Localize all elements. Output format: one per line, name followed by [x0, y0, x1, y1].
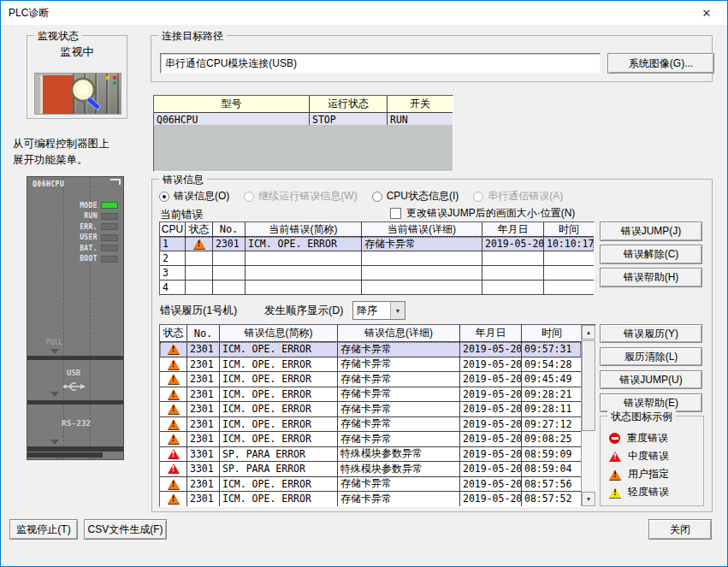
severe-circle-icon: [609, 433, 620, 444]
history-clear-button[interactable]: 履历清除(L): [600, 347, 702, 366]
slot-arrow-icon: [50, 440, 59, 445]
error-jump-j-button[interactable]: 错误JUMP(J): [600, 221, 702, 241]
table-row[interactable]: 2301ICM. OPE. ERROR存储卡异常2019-05-2008:57:…: [160, 477, 581, 493]
cell-date: 2019-05-20: [460, 432, 522, 446]
close-button[interactable]: 关闭: [648, 519, 712, 540]
cell-no: [213, 281, 246, 294]
cell-summary: ICM. OPE. ERROR: [220, 417, 338, 432]
cell-summary: SP. PARA ERROR: [220, 462, 338, 476]
radio-error-type-2[interactable]: CPU状态信息(I): [372, 189, 459, 204]
jump-resize-checkbox-row[interactable]: 更改错误JUMP后的画面大小·位置(N): [390, 206, 575, 221]
system-image-button[interactable]: 系统图像(G)...: [607, 53, 714, 74]
cpu-col-runstatus: 运行状态: [310, 96, 388, 113]
current-error-rows: 12301ICM. OPE. ERROR存储卡异常2019-05-2010:10…: [160, 237, 594, 295]
sort-order-value: 降序: [353, 302, 390, 319]
slot-divider: [27, 400, 123, 405]
cell-no: 2301: [187, 432, 220, 446]
table-row[interactable]: 12301ICM. OPE. ERROR存储卡异常2019-05-2010:10…: [160, 237, 594, 251]
radio-icon[interactable]: [372, 192, 382, 202]
cell-no: 2301: [187, 477, 220, 492]
cell-detail: [362, 266, 482, 280]
cell-time: [544, 266, 594, 280]
table-row[interactable]: 2: [160, 251, 594, 266]
legend-item: 中度错误: [609, 447, 669, 465]
table-row[interactable]: 2301ICM. OPE. ERROR存储卡异常2019-05-2009:28:…: [160, 387, 581, 403]
sort-order-combo[interactable]: 降序 ▼: [352, 301, 405, 320]
radio-error-type-1[interactable]: 继续运行错误信息(W): [244, 189, 357, 204]
legend-item: 轻度错误: [609, 483, 669, 501]
error-history-button[interactable]: 错误履历(Y): [600, 324, 702, 343]
chevron-down-icon[interactable]: ▼: [390, 302, 405, 319]
cell-status: [160, 357, 187, 372]
scroll-down-icon[interactable]: ▼: [582, 492, 595, 506]
hint-line-1: 从可编程控制器图上: [13, 136, 150, 152]
table-row[interactable]: 4: [160, 281, 594, 295]
cell-date: 2019-05-20: [460, 417, 522, 432]
current-error-label: 当前错误: [160, 208, 203, 222]
table-row[interactable]: 2301ICM. OPE. ERROR存储卡异常2019-05-2009:28:…: [160, 402, 581, 417]
table-row[interactable]: 3: [160, 266, 594, 281]
scrollbar-thumb[interactable]: [582, 340, 595, 431]
monitor-stop-button[interactable]: 监视停止(T): [9, 519, 78, 540]
table-row[interactable]: 2301ICM. OPE. ERROR存储卡异常2019-05-2009:54:…: [160, 357, 581, 373]
tower-corner-mark: [110, 179, 121, 185]
current-header-cell: 状态: [186, 222, 213, 237]
table-row[interactable]: 2301ICM. OPE. ERROR存储卡异常2019-05-2009:08:…: [160, 432, 581, 447]
history-scrollbar[interactable]: ▲ ▼: [581, 325, 595, 506]
radio-error-type-0[interactable]: 错误信息(O): [159, 189, 229, 204]
cell-date: [482, 251, 544, 265]
table-row[interactable]: 2301ICM. OPE. ERROR存储卡异常2019-05-2008:57:…: [160, 492, 581, 507]
connection-path-value: 串行通信CPU模块连接(USB): [165, 56, 297, 71]
csv-generate-button[interactable]: CSV文件生成(F): [84, 519, 167, 540]
radio-icon[interactable]: [244, 192, 254, 202]
cell-detail: 存储卡异常: [338, 477, 460, 492]
user-warning-icon: [193, 239, 205, 249]
magnifier-icon: [35, 74, 121, 115]
cell-summary: ICM. OPE. ERROR: [220, 492, 338, 506]
table-row[interactable]: 3301SP. PARA ERROR特殊模块参数异常2019-05-2008:5…: [160, 447, 581, 463]
cpu-model-table: 型号 运行状态 开关 Q06HCPU STOP RUN: [153, 95, 453, 172]
error-jump-u-button[interactable]: 错误JUMP(U): [600, 370, 702, 389]
monitor-status-group-label: 监视状态: [34, 29, 82, 44]
radio-icon[interactable]: [159, 192, 169, 202]
cell-no: 3301: [187, 462, 220, 476]
error-history-label: 错误履历(1号机): [160, 304, 237, 318]
cell-no: 2301: [187, 417, 220, 432]
cell-summary: [246, 266, 362, 280]
radio-label: 错误信息(O): [174, 189, 229, 204]
close-icon[interactable]: ✕: [693, 3, 720, 23]
scroll-up-icon[interactable]: ▲: [582, 325, 595, 340]
table-row[interactable]: 2301ICM. OPE. ERROR存储卡异常2019-05-2009:57:…: [160, 342, 581, 357]
cell-time: 08:59:04: [522, 462, 582, 476]
history-header-cell: 年月日: [460, 325, 522, 342]
cell-summary: [246, 251, 362, 265]
current-error-table: CPU状态No.当前错误(简称)当前错误(详细)年月日时间 12301ICM. …: [159, 221, 595, 296]
jump-resize-checkbox[interactable]: [390, 208, 401, 219]
cell-status: [186, 281, 213, 294]
cell-date: 2019-05-20: [460, 477, 522, 492]
cpu-table-empty-area: [154, 125, 453, 171]
cell-time: 09:28:21: [522, 387, 582, 402]
legend-item-label: 轻度错误: [628, 485, 669, 499]
plc-module-graphic[interactable]: Q06HCPU MODERUNERR.USERBAT.BOOT PULL USB…: [27, 176, 124, 460]
led-row: RUN: [41, 211, 118, 222]
error-help-h-button[interactable]: 错误帮助(H): [600, 268, 702, 287]
table-row[interactable]: 3301SP. PARA ERROR特殊模块参数异常2019-05-2008:5…: [160, 462, 581, 477]
slot-arrow-icon: [50, 392, 59, 397]
led-label: USER: [80, 233, 98, 241]
cell-date: [482, 281, 544, 294]
current-header-cell: CPU: [160, 222, 186, 237]
led-list: MODERUNERR.USERBAT.BOOT: [41, 200, 118, 264]
cell-summary: ICM. OPE. ERROR: [220, 342, 338, 357]
table-row[interactable]: 2301ICM. OPE. ERROR存储卡异常2019-05-2009:45:…: [160, 372, 581, 387]
radio-label: CPU状态信息(I): [387, 189, 459, 204]
slot-divider: [27, 446, 123, 452]
legend-item-label: 中度错误: [628, 449, 669, 464]
cell-detail: [362, 251, 482, 265]
connection-path-field[interactable]: 串行通信CPU模块连接(USB): [160, 53, 601, 74]
radio-icon[interactable]: [473, 192, 483, 202]
monitor-status-group: 监视状态 监视中: [27, 35, 127, 119]
table-row[interactable]: 2301ICM. OPE. ERROR存储卡异常2019-05-2009:27:…: [160, 417, 581, 433]
radio-error-type-3[interactable]: 串行通信错误(A): [473, 189, 563, 204]
error-clear-button[interactable]: 错误解除(C): [600, 245, 702, 264]
